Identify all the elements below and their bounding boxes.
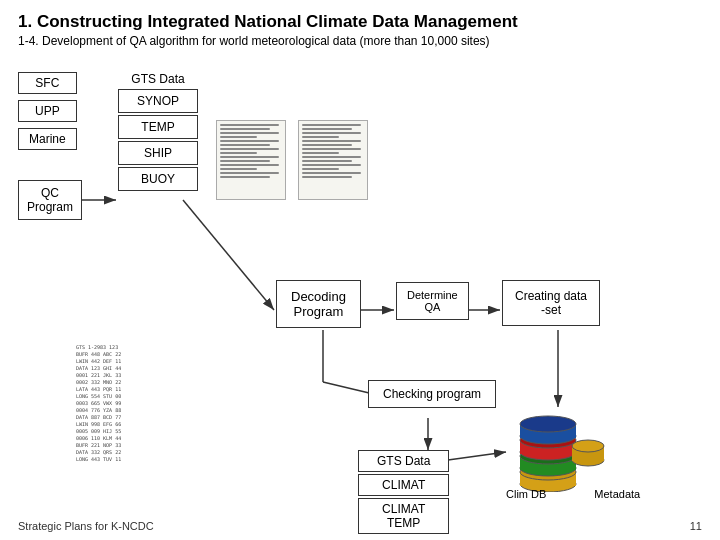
left-label-group: SFC UPP Marine xyxy=(18,72,77,150)
cylinder-metadata xyxy=(566,430,610,468)
text-image-content: GTS 1-2983 123 BUFR 448 ABC 22 LWIN 442 … xyxy=(76,344,206,464)
decoding-program-label: DecodingProgram xyxy=(291,289,346,319)
creating-dataset-box: Creating data-set xyxy=(502,280,600,326)
svg-point-24 xyxy=(572,440,604,452)
gts-stack: GTS Data SYNOP TEMP SHIP BUOY xyxy=(118,72,198,193)
clim-metadata-labels: Clim DB Metadata xyxy=(506,488,640,500)
db-cylinders xyxy=(506,402,591,496)
sfc-label: SFC xyxy=(18,72,77,94)
page-title: 1. Constructing Integrated National Clim… xyxy=(18,12,702,32)
svg-line-8 xyxy=(448,452,506,460)
creating-dataset-label: Creating data-set xyxy=(515,289,587,317)
synop-box: SYNOP xyxy=(118,89,198,113)
buoy-box: BUOY xyxy=(118,167,198,191)
marine-label: Marine xyxy=(18,128,77,150)
doc-image-2 xyxy=(298,120,368,200)
svg-line-2 xyxy=(183,200,274,310)
gts-data-label: GTS Data xyxy=(118,72,198,86)
upp-label: UPP xyxy=(18,100,77,122)
temp-box: TEMP xyxy=(118,115,198,139)
qc-program-box: QCProgram xyxy=(18,180,82,220)
determine-qa-label: DetermineQA xyxy=(407,289,458,313)
qc-program-label: QCProgram xyxy=(27,186,73,214)
metadata-label: Metadata xyxy=(594,488,640,500)
footer-left: Strategic Plans for K-NCDC xyxy=(18,520,154,532)
climat-box: CLIMAT xyxy=(358,474,449,496)
determine-qa-box: DetermineQA xyxy=(396,282,469,320)
footer-right: 11 xyxy=(690,520,702,532)
checking-program-box: Checking program xyxy=(368,380,496,408)
bottom-gts-label: GTS Data xyxy=(358,450,449,472)
checking-program-label: Checking program xyxy=(383,387,481,401)
decoding-program-box: DecodingProgram xyxy=(276,280,361,328)
ship-box: SHIP xyxy=(118,141,198,165)
text-image-buoy: GTS 1-2983 123 BUFR 448 ABC 22 LWIN 442 … xyxy=(76,344,206,464)
footer: Strategic Plans for K-NCDC 11 xyxy=(18,520,702,532)
page-subtitle: 1-4. Development of QA algorithm for wor… xyxy=(18,34,702,48)
doc-image-1 xyxy=(216,120,286,200)
clim-db-label: Clim DB xyxy=(506,488,546,500)
